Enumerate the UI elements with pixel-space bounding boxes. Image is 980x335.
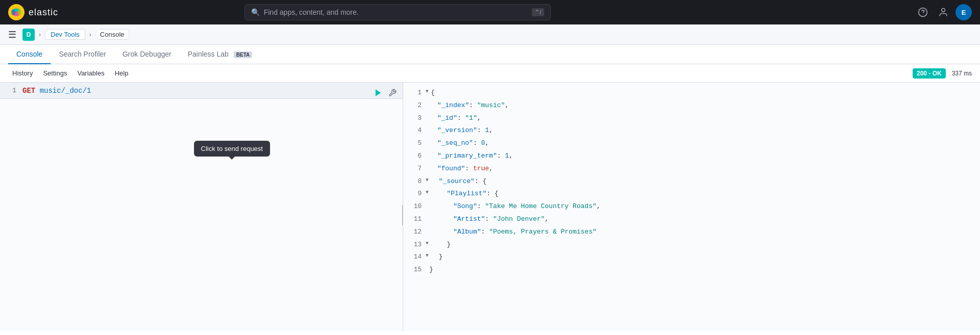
response-panel: 1 ▾ { 2 "_index": "music", 3 "_id": "1",	[403, 83, 980, 331]
user-icon-btn[interactable]	[935, 4, 951, 20]
breadcrumb-chevron-2: ›	[89, 31, 91, 38]
response-line-9: 9 ▾ "Playlist": {	[403, 188, 980, 200]
svg-marker-8	[376, 89, 381, 96]
response-time: 337 ms	[952, 70, 972, 77]
secondary-toolbar: History Settings Variables Help 200 - OK…	[0, 64, 980, 83]
response-content: 1 ▾ { 2 "_index": "music", 3 "_id": "1",	[403, 83, 980, 280]
settings-button[interactable]: Settings	[39, 67, 71, 79]
editor-actions	[372, 87, 399, 99]
send-request-button[interactable]	[372, 87, 384, 99]
avatar-initials: E	[962, 9, 966, 16]
response-line-4: 4 "_version": 1,	[403, 124, 980, 137]
wrench-icon	[388, 89, 397, 97]
tab-grok-debugger[interactable]: Grok Debugger	[114, 45, 180, 64]
svg-point-3	[11, 9, 15, 15]
editor-splitter[interactable]	[401, 99, 403, 331]
top-nav: elastic 🔍 Find apps, content, and more. …	[0, 0, 980, 24]
send-request-tooltip: Click to send request	[194, 141, 270, 157]
response-line-11: 11 "Artist": "John Denver",	[403, 213, 980, 226]
help-button[interactable]: Help	[111, 67, 133, 79]
search-icon: 🔍	[251, 8, 260, 16]
avatar[interactable]: E	[955, 4, 972, 20]
breadcrumb-console: Console	[95, 29, 129, 40]
editor-panel: Click to send request 1 GET music/_doc/1	[0, 83, 403, 331]
svg-point-7	[942, 9, 945, 12]
code-path: music/_doc/1	[40, 87, 91, 95]
code-get-keyword: GET	[22, 87, 35, 95]
response-line-15: 15 }	[403, 264, 980, 276]
help-circle-icon	[918, 7, 928, 17]
response-line-3: 3 "_id": "1",	[403, 112, 980, 125]
nav-right: E	[915, 4, 972, 20]
search-shortcut: ⌃/	[532, 8, 544, 16]
tab-search-profiler[interactable]: Search Profiler	[51, 45, 114, 64]
tab-painless-lab[interactable]: Painless Lab BETA	[180, 45, 261, 64]
response-line-5: 5 "_seq_no": 0,	[403, 137, 980, 150]
wrench-button[interactable]	[386, 87, 399, 99]
svg-point-4	[17, 9, 21, 15]
response-line-7: 7 "found": true,	[403, 163, 980, 175]
response-line-14: 14 ▾ }	[403, 251, 980, 264]
breadcrumb-dev-tools[interactable]: Dev Tools	[45, 29, 85, 40]
code-line-1: GET music/_doc/1	[22, 87, 91, 95]
variables-button[interactable]: Variables	[73, 67, 108, 79]
breadcrumb-bar: ☰ D › Dev Tools › Console	[0, 24, 980, 45]
response-line-12: 12 "Album": "Poems, Prayers & Promises"	[403, 226, 980, 239]
breadcrumb-d-icon: D	[22, 29, 35, 41]
help-icon-btn[interactable]	[915, 4, 931, 20]
response-line-1: 1 ▾ {	[403, 87, 980, 99]
main-content: Click to send request 1 GET music/_doc/1	[0, 83, 980, 331]
response-line-2: 2 "_index": "music",	[403, 99, 980, 112]
search-placeholder: Find apps, content, and more.	[264, 8, 528, 16]
tab-console[interactable]: Console	[8, 45, 51, 64]
editor-line-1[interactable]: 1 GET music/_doc/1	[0, 83, 403, 99]
breadcrumb-chevron: ›	[39, 31, 41, 38]
user-circle-icon	[938, 7, 948, 17]
global-search[interactable]: 🔍 Find apps, content, and more. ⌃/	[244, 4, 551, 20]
app-name: elastic	[29, 7, 58, 18]
elastic-logo-icon	[8, 4, 24, 20]
response-line-10: 10 "Song": "Take Me Home Country Roads",	[403, 200, 980, 213]
line-number-1: 1	[4, 87, 16, 94]
status-badge: 200 - OK	[913, 68, 946, 79]
response-line-8: 8 ▾ "_source": {	[403, 175, 980, 188]
response-line-13: 13 ▾ }	[403, 239, 980, 251]
tab-bar: Console Search Profiler Grok Debugger Pa…	[0, 45, 980, 64]
tab-beta-badge: BETA	[234, 51, 252, 58]
history-button[interactable]: History	[8, 67, 37, 79]
splitter-handle	[402, 205, 403, 225]
response-line-6: 6 "_primary_term": 1,	[403, 150, 980, 163]
menu-button[interactable]: ☰	[8, 29, 16, 40]
play-icon	[374, 88, 383, 97]
elastic-logo[interactable]: elastic	[8, 4, 58, 20]
